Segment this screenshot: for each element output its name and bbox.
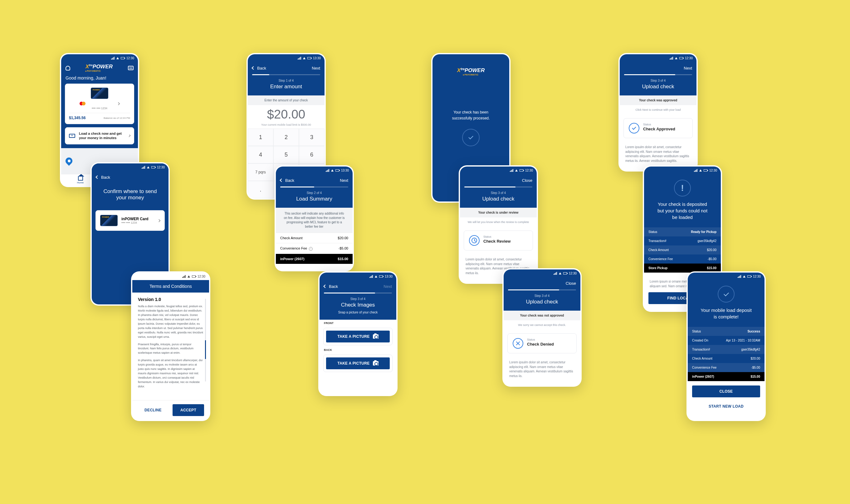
summary-table: StatusReady for Pickup Transaction#gser3… [644, 227, 721, 273]
key-dot[interactable]: . [248, 181, 273, 198]
status-note: We will let you know when the review is … [460, 217, 537, 227]
phone-check-review: 12:30 Close Step 3 of 4Upload check Your… [459, 165, 538, 284]
camera-icon [373, 361, 378, 365]
front-label: FRONT [320, 320, 396, 326]
page-title: Terms and Conditions [132, 280, 209, 292]
key-2[interactable]: 2 [273, 128, 299, 146]
scrollbar-track[interactable] [205, 299, 206, 381]
instruction-band: Enter the amount of your check [248, 95, 324, 105]
greeting: Good morning, Juan! [61, 74, 138, 84]
bell-icon[interactable] [66, 66, 70, 71]
phone-check-denied: 12:30 Close Step 3 of 4Upload check Your… [502, 268, 582, 387]
phone-terms: 12:30 Terms and Conditions Version 1.0 N… [131, 271, 210, 421]
status-description: Lorem ipsulm dolor sit amet, consectetur… [620, 145, 696, 163]
status-card: StatusCheck Approved [623, 118, 693, 138]
x-circle-icon [513, 338, 523, 349]
page-title: Enter amount [248, 84, 324, 90]
progress-bar [508, 289, 576, 290]
amount-display: $20.00 [267, 107, 305, 121]
balance: $1,345.56 [69, 116, 86, 120]
status-bar: 12:30 [132, 273, 209, 280]
menu-icon[interactable] [128, 66, 134, 70]
page-title: Load Summary [276, 196, 353, 202]
key-5[interactable]: 5 [273, 146, 299, 163]
key-7[interactable]: 7 pqrs [248, 163, 273, 181]
accept-button[interactable]: ACCEPT [173, 404, 204, 416]
key-6[interactable]: 6 [299, 146, 324, 163]
decline-button[interactable]: DECLINE [137, 404, 169, 416]
progress-bar [324, 292, 392, 293]
balance-asof: Balance as of 12:24 PM [104, 116, 130, 120]
result-title-1: Your check is deposited [644, 201, 721, 208]
progress-bar [624, 74, 692, 75]
page-title: Upload check [503, 299, 580, 305]
status-band: Your check was not approved [503, 311, 580, 320]
key-3[interactable]: 3 [299, 128, 324, 146]
status-bar: 12:30 [503, 269, 580, 277]
limit-label: Your current mobile load limit is $500.0… [261, 123, 311, 126]
page-title: Upload check [620, 84, 696, 90]
status-card: StatusCheck Review [464, 231, 533, 250]
summary-table: StatusSuccess Created OnApr 13 - 2021 - … [688, 327, 764, 381]
next-button[interactable]: Next [684, 66, 692, 71]
back-label: BACK [320, 346, 396, 353]
chevron-right-icon [158, 219, 161, 222]
close-button[interactable]: Close [522, 178, 532, 183]
back-button[interactable]: Back [280, 178, 294, 183]
card-summary[interactable]: inPOWER Card •••• •••• 1234 $1,345.56 Ba… [65, 84, 134, 124]
status-description: Lorem ipsulm dolor sit amet, consectetur… [503, 360, 580, 378]
status-bar: 12:30 [688, 273, 764, 280]
info-icon[interactable]: i [309, 247, 313, 251]
alert-circle-icon: ! [674, 180, 691, 197]
progress-bar [464, 186, 532, 187]
checkmark-circle-icon [718, 286, 734, 303]
status-bar: 13:30 [276, 166, 353, 174]
take-back-picture-button[interactable]: TAKE A PICTURE [326, 357, 390, 369]
scrollbar-thumb[interactable] [205, 340, 206, 359]
page-title: Upload check [460, 196, 537, 202]
key-1[interactable]: 1 [248, 128, 273, 146]
back-button[interactable]: Back [96, 175, 110, 180]
checkmark-circle-icon [629, 123, 639, 133]
step-label: Step 3 of 4 [460, 191, 537, 195]
mastercard-icon [79, 102, 86, 105]
card-image-icon [91, 88, 108, 99]
brand-logo: XtraPOWER▸PAYOMATIC [86, 64, 113, 72]
close-button[interactable]: CLOSE [692, 385, 760, 397]
instruction-band: This section will indicate any additiona… [276, 208, 353, 233]
result-title-1: Your mobile load deposit [688, 307, 764, 313]
phone-check-images: 13:30 BackNext Step 3 of 4Check ImagesSn… [318, 271, 397, 396]
start-new-load-button[interactable]: START NEW LOAD [692, 400, 760, 412]
phone-complete: 12:30 Your mobile load deposit is comple… [687, 271, 766, 421]
page-title: Confirm where to send your money [92, 188, 169, 201]
next-button[interactable]: Next [312, 66, 320, 71]
card-name: inPOWER Card [88, 101, 115, 106]
key-4[interactable]: 4 [248, 146, 273, 163]
status-band: Your check was approved [620, 95, 696, 105]
row-convenience-fee: Convenience Feei-$5.00 [276, 243, 353, 254]
back-button[interactable]: Back [252, 66, 266, 71]
row-total: inPower (2607)$15.00 [276, 254, 353, 264]
close-button[interactable]: Close [566, 281, 576, 286]
home-icon [78, 176, 83, 181]
status-band: Your check is under review [460, 208, 537, 217]
check-doc-icon [69, 134, 75, 138]
destination-card[interactable]: inPOWER Card •••• •••• 1234 [95, 210, 165, 231]
phone-check-approved: 12:30 Next Step 3 of 4Upload check Your … [618, 53, 698, 172]
step-label: Step 3 of 4 [503, 294, 580, 298]
next-button: Next [384, 284, 392, 289]
promo-card[interactable]: Load a check now and get your money in m… [65, 127, 134, 144]
checkmark-circle-icon [462, 129, 480, 146]
status-note: We sorry we cannot accept this check. [503, 320, 580, 330]
status-bar: 12:30 [460, 166, 537, 174]
status-note: Click Next to continue with your load [620, 105, 696, 114]
take-front-picture-button[interactable]: TAKE A PICTURE [326, 330, 390, 342]
back-button[interactable]: Back [324, 284, 338, 289]
success-line2: successfully procesed. [452, 115, 490, 121]
status-bar: 12:30 [644, 166, 721, 174]
step-label: Step 3 of 4 [620, 79, 696, 82]
terms-version: Version 1.0 [138, 297, 203, 302]
chevron-right-icon [128, 134, 130, 137]
next-button[interactable]: Next [340, 178, 348, 183]
brand-logo: XtraPOWER▸PAYOMATIC [457, 67, 484, 76]
